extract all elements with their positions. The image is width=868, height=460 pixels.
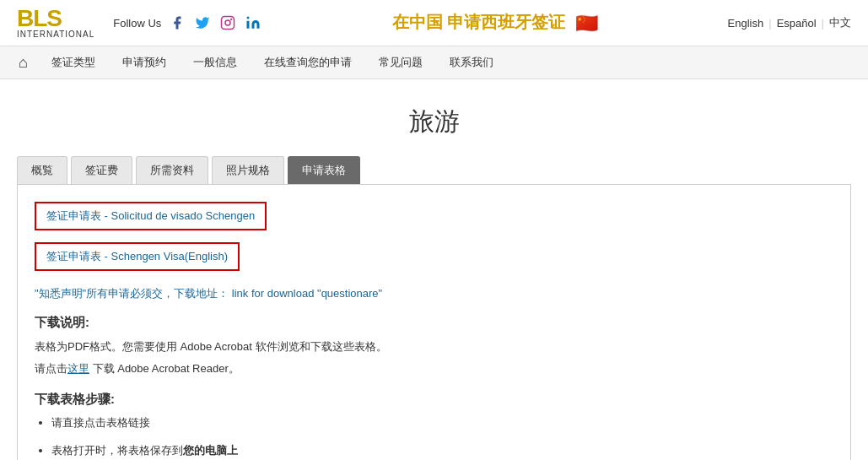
header: BLSINTERNATIONAL Follow Us 在中国 申请西班牙签证 🇨… xyxy=(0,0,868,46)
banner-text: 在中国 申请西班牙签证 xyxy=(392,13,566,31)
tabs-row: 概覧 签证费 所需资料 照片规格 申请表格 xyxy=(0,156,868,184)
download-text2-before: 请点击 xyxy=(35,362,67,375)
svg-point-2 xyxy=(230,19,232,20)
tab-requirements[interactable]: 所需资料 xyxy=(136,156,208,184)
twitter-icon[interactable] xyxy=(193,14,212,32)
link-english-form[interactable]: 签证申请表 - Schengen Visa(English) xyxy=(35,242,240,271)
page-title: 旅游 xyxy=(17,105,851,139)
tab-photo[interactable]: 照片规格 xyxy=(212,156,284,184)
steps-heading: 下载表格步骤: xyxy=(35,392,833,408)
nav-contact[interactable]: 联系我们 xyxy=(436,46,507,78)
nav-bar: ⌂ 签证类型 申请预约 一般信息 在线查询您的申请 常见问题 联系我们 xyxy=(0,46,868,79)
nav-visa-type[interactable]: 签证类型 xyxy=(38,46,109,78)
facebook-icon[interactable] xyxy=(168,14,186,32)
svg-point-1 xyxy=(225,20,230,25)
svg-point-3 xyxy=(247,17,250,19)
logo: BLSINTERNATIONAL xyxy=(17,7,94,39)
logo-sub: INTERNATIONAL xyxy=(17,30,94,39)
logo-bls: BLSINTERNATIONAL xyxy=(17,7,94,39)
lang-espanol[interactable]: Español xyxy=(777,17,817,30)
lang-area: English | Español | 中文 xyxy=(728,15,851,30)
lang-chinese[interactable]: 中文 xyxy=(829,15,851,30)
step2-bold: 您的电脑上 xyxy=(183,444,238,457)
page-title-area: 旅游 xyxy=(0,79,868,156)
lang-english[interactable]: English xyxy=(728,17,764,30)
disclaimer-content: "知悉声明"所有申请必须交，下载地址： link for download "q… xyxy=(35,287,382,300)
acrobat-link[interactable]: 这里 xyxy=(67,362,89,375)
follow-us-section: Follow Us xyxy=(113,14,262,32)
svg-rect-0 xyxy=(222,17,235,30)
instagram-icon[interactable] xyxy=(218,14,237,32)
nav-appointment[interactable]: 申请预约 xyxy=(109,46,180,78)
disclaimer-text: "知悉声明"所有申请必须交，下载地址： link for download "q… xyxy=(35,286,833,301)
step1-item: 请直接点击表格链接 xyxy=(51,414,833,432)
nav-track[interactable]: 在线查询您的申请 xyxy=(251,46,365,78)
link-spanish-form[interactable]: 签证申请表 - Solicitud de visado Schengen xyxy=(35,202,267,230)
nav-home[interactable]: ⌂ xyxy=(8,47,38,78)
download-text1: 表格为PDF格式。您需要使用 Adobe Acrobat 软件浏览和下载这些表格… xyxy=(35,338,833,356)
logo-area: BLSINTERNATIONAL Follow Us xyxy=(17,7,262,39)
download-heading: 下载说明: xyxy=(35,315,833,331)
center-banner: 在中国 申请西班牙签证 🇨🇳 xyxy=(262,11,727,35)
tab-forms[interactable]: 申请表格 xyxy=(288,156,360,184)
steps-list: 请直接点击表格链接 表格打开时，将表格保存到您的电脑上 xyxy=(35,414,833,460)
download-text2: 请点击这里 下载 Adobe Acrobat Reader。 xyxy=(35,360,833,378)
step2-before: 表格打开时，将表格保存到 xyxy=(51,444,183,457)
tab-overview[interactable]: 概覧 xyxy=(17,156,67,184)
follow-label: Follow Us xyxy=(113,17,161,30)
step2-item: 表格打开时，将表格保存到您的电脑上 xyxy=(51,442,833,460)
nav-general-info[interactable]: 一般信息 xyxy=(180,46,251,78)
tab-fees[interactable]: 签证费 xyxy=(71,156,132,184)
flag-icon: 🇨🇳 xyxy=(575,13,598,34)
nav-faq[interactable]: 常见问题 xyxy=(365,46,436,78)
linkedin-icon[interactable] xyxy=(244,14,262,32)
download-text2-after: 下载 Adobe Acrobat Reader。 xyxy=(89,362,240,375)
content-area: 签证申请表 - Solicitud de visado Schengen 签证申… xyxy=(17,184,851,460)
